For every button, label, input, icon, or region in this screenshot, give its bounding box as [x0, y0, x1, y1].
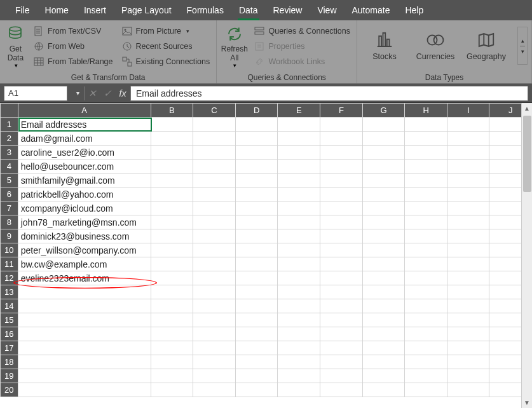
cell-G19[interactable]: [362, 369, 405, 383]
cell-B16[interactable]: [151, 327, 193, 341]
cell-C19[interactable]: [193, 369, 236, 383]
cell-E12[interactable]: [278, 271, 320, 285]
cell-E1[interactable]: [278, 118, 320, 132]
cell-E8[interactable]: [278, 215, 320, 229]
cell-B4[interactable]: [151, 160, 193, 173]
tab-home[interactable]: Home: [38, 0, 76, 20]
cell-I7[interactable]: [447, 201, 489, 215]
tab-review[interactable]: Review: [266, 0, 310, 20]
vertical-scrollbar[interactable]: ▲ ▼: [521, 103, 532, 408]
scroll-down-button[interactable]: ▼: [522, 397, 532, 408]
cell-B17[interactable]: [151, 341, 193, 355]
cell-H16[interactable]: [405, 327, 447, 341]
cell-C1[interactable]: [193, 118, 236, 132]
cell-I13[interactable]: [447, 285, 489, 299]
scroll-thumb[interactable]: [523, 116, 531, 192]
cell-A12[interactable]: eveline2323email.com: [18, 271, 151, 285]
cell-B3[interactable]: [151, 146, 193, 160]
cell-F13[interactable]: [320, 285, 363, 299]
cell-F3[interactable]: [320, 146, 363, 160]
cell-D1[interactable]: [235, 118, 278, 132]
cell-B20[interactable]: [151, 383, 193, 397]
tab-automate[interactable]: Automate: [344, 0, 398, 20]
cell-G3[interactable]: [362, 146, 405, 160]
cell-G14[interactable]: [362, 299, 405, 313]
cell-D18[interactable]: [235, 355, 278, 369]
cell-D20[interactable]: [235, 383, 278, 397]
cell-G8[interactable]: [362, 215, 405, 229]
cell-G4[interactable]: [362, 160, 405, 173]
cell-A14[interactable]: [18, 299, 151, 313]
tab-page-layout[interactable]: Page Layout: [114, 0, 179, 20]
cell-E14[interactable]: [278, 299, 320, 313]
cell-D8[interactable]: [235, 215, 278, 229]
row-header-3[interactable]: 3: [1, 146, 18, 160]
cell-H12[interactable]: [405, 271, 447, 285]
cell-C16[interactable]: [193, 327, 236, 341]
cell-H6[interactable]: [405, 187, 447, 201]
cell-D4[interactable]: [235, 160, 278, 173]
cell-D16[interactable]: [235, 327, 278, 341]
cell-F19[interactable]: [320, 369, 363, 383]
cell-H14[interactable]: [405, 299, 447, 313]
cell-A10[interactable]: peter_willson@company.com: [18, 243, 151, 257]
cell-I6[interactable]: [447, 187, 489, 201]
cell-F16[interactable]: [320, 327, 363, 341]
queries-connections-button[interactable]: Queries & Connections: [252, 24, 353, 38]
cell-A20[interactable]: [18, 383, 151, 397]
column-header-B[interactable]: B: [151, 104, 193, 118]
cell-I18[interactable]: [447, 355, 489, 369]
tab-view[interactable]: View: [310, 0, 344, 20]
cell-C5[interactable]: [193, 173, 236, 187]
cell-C9[interactable]: [193, 229, 236, 243]
row-header-6[interactable]: 6: [1, 187, 18, 201]
cell-E15[interactable]: [278, 313, 320, 327]
cell-E7[interactable]: [278, 201, 320, 215]
cell-E5[interactable]: [278, 173, 320, 187]
cell-C15[interactable]: [193, 313, 236, 327]
cell-E9[interactable]: [278, 229, 320, 243]
row-header-13[interactable]: 13: [1, 285, 18, 299]
cell-I4[interactable]: [447, 160, 489, 173]
cell-H5[interactable]: [405, 173, 447, 187]
cell-F4[interactable]: [320, 160, 363, 173]
cell-B5[interactable]: [151, 173, 193, 187]
recent-sources-button[interactable]: Recent Sources: [119, 39, 213, 53]
cell-D11[interactable]: [235, 257, 278, 271]
cell-D15[interactable]: [235, 313, 278, 327]
cell-E16[interactable]: [278, 327, 320, 341]
cell-I19[interactable]: [447, 369, 489, 383]
cell-I12[interactable]: [447, 271, 489, 285]
cell-G9[interactable]: [362, 229, 405, 243]
name-box[interactable]: A1: [4, 86, 67, 101]
cell-I9[interactable]: [447, 229, 489, 243]
row-header-15[interactable]: 15: [1, 313, 18, 327]
cell-F8[interactable]: [320, 215, 363, 229]
datatype-more-button[interactable]: ▴▾: [517, 27, 528, 65]
cell-C14[interactable]: [193, 299, 236, 313]
row-header-8[interactable]: 8: [1, 215, 18, 229]
cell-I10[interactable]: [447, 243, 489, 257]
cell-A15[interactable]: [18, 313, 151, 327]
cell-H1[interactable]: [405, 118, 447, 132]
cell-D14[interactable]: [235, 299, 278, 313]
cell-B19[interactable]: [151, 369, 193, 383]
cell-C4[interactable]: [193, 160, 236, 173]
column-header-G[interactable]: G: [362, 104, 405, 118]
cell-A16[interactable]: [18, 327, 151, 341]
name-box-dropdown[interactable]: ▾: [71, 86, 84, 101]
cell-D9[interactable]: [235, 229, 278, 243]
cell-B12[interactable]: [151, 271, 193, 285]
row-header-18[interactable]: 18: [1, 355, 18, 369]
cell-E18[interactable]: [278, 355, 320, 369]
cell-C2[interactable]: [193, 132, 236, 146]
tab-insert[interactable]: Insert: [76, 0, 114, 20]
cell-G11[interactable]: [362, 257, 405, 271]
cell-G2[interactable]: [362, 132, 405, 146]
tab-data[interactable]: Data: [231, 0, 266, 20]
cell-I8[interactable]: [447, 215, 489, 229]
cell-B6[interactable]: [151, 187, 193, 201]
cell-B15[interactable]: [151, 313, 193, 327]
cancel-formula-button[interactable]: ✕: [85, 86, 100, 101]
cell-E10[interactable]: [278, 243, 320, 257]
